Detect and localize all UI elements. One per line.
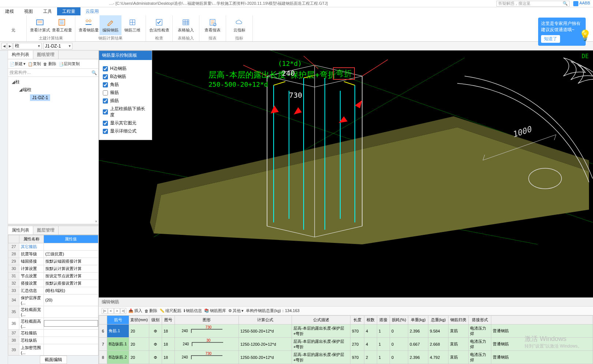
tab-layers[interactable]: 图层管理 [33,226,59,234]
ribbon-rebar-qty[interactable]: 查看钢筋量 [78,15,100,35]
toggle-B边钢筋[interactable]: B边钢筋 [103,74,148,80]
editor-lib[interactable]: 📚 钢筋图库 [204,308,226,314]
component-select[interactable]: J1-DZ-1▼ [43,43,72,49]
type-select[interactable]: 柱▼ [13,43,42,49]
prop-row[interactable]: 29锚固搭接按默认锚固搭接计算 [8,258,98,265]
toggle-上层柱插筋下插长度[interactable]: 上层柱插筋下插长度 [103,106,148,118]
col-fig[interactable]: 图号 [162,316,175,324]
ribbon-check[interactable]: 合法性检查 [148,15,170,35]
ribbon-rebar-3d[interactable]: 钢筋三维 [121,15,143,35]
rebar-row[interactable]: 8B边纵筋.220Φ182407301250-500-20+12*d层高-本层的… [99,351,593,364]
col-cat[interactable]: 钢筋归类 [448,316,469,324]
tree-node-column[interactable]: ◢柱 [12,78,96,86]
toggle-插筋[interactable]: 插筋 [103,98,148,104]
row-pager[interactable]: |<<>>| [102,308,126,314]
prop-row[interactable]: 33汇总信息(暗柱/端柱) [8,287,98,294]
col-desc[interactable]: 公式描述 [292,316,350,324]
editor-delete[interactable]: 🗑 删除 [145,308,157,314]
toggle-箍筋[interactable]: 箍筋 [103,90,148,96]
tab-component-list[interactable]: 构件列表 [8,50,33,59]
editor-scale[interactable]: 📏 缩尺配筋 [159,308,181,314]
ribbon-prev[interactable]: 元 [2,15,24,35]
col-dia[interactable]: 直径(mm) [129,316,149,324]
menu-quantity[interactable]: 工程量 [57,7,80,15]
ribbon-cloud-index[interactable]: 云指标 [228,15,250,35]
layer-copy-button[interactable]: 📑层间复制 [59,61,80,67]
check-icon [155,18,164,27]
prop-row[interactable]: 35芯柱截面宽(... [8,306,98,318]
delete-button[interactable]: 🗑删除 [43,61,56,67]
ribbon-edit-rebar[interactable]: 编辑钢筋 [100,15,121,35]
col-cnt[interactable]: 根数 [364,316,377,324]
col-lvl[interactable]: 级别 [149,316,162,324]
copy-button[interactable]: 📋复制 [28,61,41,67]
prop-row[interactable]: 32搭接设置按默认搭接设置计算 [8,279,98,287]
menu-cloud[interactable]: 云应用 [80,7,104,15]
col-uw[interactable]: 单重(kg) [408,316,428,324]
tree-node-end-column[interactable]: ◢端柱 [19,86,96,94]
prop-row[interactable]: 38芯柱纵筋 [8,337,98,344]
rebar-row[interactable]: 7B边纵筋.120Φ18240301250-1200-20+12*d层高-本层的… [99,338,593,351]
nav-prev[interactable]: ◀ [1,43,7,49]
prop-row[interactable]: 37芯柱箍筋 [8,329,98,337]
editor-other[interactable]: ⚙ 其他 ▾ [228,308,244,314]
svg-point-7 [213,23,216,26]
new-button[interactable]: 📄新建 ▾ [10,61,26,67]
ribbon-group-table: 表格输入 [175,35,197,41]
ribbon-table-input[interactable]: 表格输入 [175,15,197,35]
section-edit-button[interactable]: 截面编辑 [40,356,67,364]
col-no[interactable]: 筋号 [107,316,129,324]
tab-properties[interactable]: 属性列表 [8,226,33,234]
rebar-display-panel[interactable]: 钢筋显示控制面板 H边钢筋 B边钢筋 角筋 箍筋 插筋 上层柱插筋下插长度 显示… [99,50,152,140]
ribbon-view-eng[interactable]: 查看工程量 [51,15,73,35]
user-badge[interactable]: AABB [573,1,590,6]
component-search[interactable]: 搜索构件...🔍 [8,69,98,77]
viewport-3d[interactable]: 钢筋显示控制面板 H边钢筋 B边钢筋 角筋 箍筋 插筋 上层柱插筋下插长度 显示… [99,50,593,297]
toggle-角筋[interactable]: 角筋 [103,82,148,88]
editor-info[interactable]: ℹ 钢筋信息 [184,308,202,314]
prop-row[interactable]: 34保护层厚度(...(20) [8,294,98,306]
rebar-qty-icon [84,18,93,27]
ribbon-group-report: 报表 [202,35,224,41]
tip-ok-button[interactable]: 知道了 [541,35,560,43]
toggle-显示其它图元[interactable]: 显示其它图元 [103,120,148,126]
tree-node-j1dz1[interactable]: J1-DZ-1 [30,94,96,102]
expert-tip: 这里是专家用户独有 建议反馈通道哦~ 知道了 💡 [538,18,586,46]
ribbon-group-index: 指标 [228,35,250,41]
menu-view[interactable]: 视图 [19,7,38,15]
viewport-dim-730: 730 [289,91,302,100]
col-tw[interactable]: 总重(kg) [428,316,448,324]
col-shape[interactable]: 图形 [175,316,239,324]
panel-close-icon[interactable]: × [95,219,97,224]
tab-drawing-mgmt[interactable]: 图纸管理 [33,50,59,59]
col-conn[interactable]: 搭接形式 [469,316,491,324]
ribbon-report[interactable]: 查看报表 [202,15,224,35]
menu-model[interactable]: 建模 [0,7,19,15]
menu-tools[interactable]: 工具 [38,7,57,15]
prop-row[interactable]: 30计算设置按默认计算设置计算 [8,265,98,272]
editor-insert[interactable]: 📥 插入 [128,308,142,314]
splitter-h[interactable]: × [8,224,98,226]
prop-row[interactable]: 39上加密范围(... [8,344,98,355]
nav-next[interactable]: ▶ [7,43,12,49]
rebar-row[interactable]: 6角筋.120Φ182407301250-500-20+12*d层高-本层的露出… [99,324,593,338]
toggle-H边钢筋[interactable]: H边钢筋 [103,65,148,72]
svg-line-28 [362,60,388,76]
prop-row[interactable]: 31节点设置按设定节点设置计算 [8,272,98,279]
col-type[interactable] [491,316,593,324]
col-lap[interactable]: 搭接 [377,316,390,324]
prop-row[interactable]: 28抗震等级(三级抗震) [8,250,98,258]
col-formula[interactable]: 计算公式 [239,316,292,324]
toggle-显示详细公式[interactable]: 显示详细公式 [103,128,148,134]
prop-row[interactable]: 36芯柱截面高(... [8,318,98,329]
col-loss[interactable]: 损耗(%) [390,316,408,324]
ribbon-view-calc[interactable]: 查看计算式 [29,15,51,35]
table-icon [181,18,190,27]
left-nav-rail[interactable] [0,50,8,364]
prop-row[interactable]: 27其它箍筋 [8,243,98,250]
col-len[interactable]: 长度 [350,316,364,324]
viewport-dim-240: 240 [282,69,295,78]
global-search[interactable]: 答疑解惑，搜这里🔍 [496,1,570,7]
svg-rect-0 [37,20,43,25]
viewport-highlight-bend: 弯折 [333,67,355,80]
